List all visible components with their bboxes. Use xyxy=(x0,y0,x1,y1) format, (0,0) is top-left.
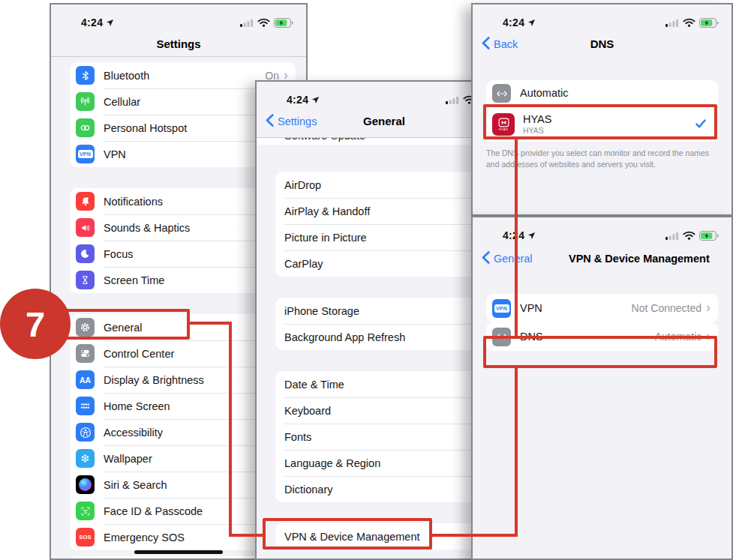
status-time: 4:24 xyxy=(81,16,114,28)
chevron-right-icon: › xyxy=(284,68,288,82)
cellular-signal-icon xyxy=(446,96,459,104)
step-number: 7 xyxy=(26,304,45,345)
cellular-signal-icon xyxy=(665,232,679,240)
page-title: Settings xyxy=(51,37,306,50)
row-date-time[interactable]: Date & Time › xyxy=(275,371,501,397)
battery-charging-icon xyxy=(699,18,719,28)
status-bar: 4:24 xyxy=(473,4,731,31)
status-bar: 4:24 xyxy=(51,4,306,31)
row-background-app-refresh[interactable]: Background App Refresh › xyxy=(275,324,501,350)
emergency-sos-icon: SOS xyxy=(76,528,95,547)
settings-group: iPhone Storage › Background App Refresh … xyxy=(275,298,501,350)
row-airplay-handoff[interactable]: AirPlay & Handoff › xyxy=(275,198,501,224)
nav-bar: General VPN & Device Management xyxy=(473,244,731,274)
home-screen-icon xyxy=(76,397,95,415)
row-iphone-storage[interactable]: iPhone Storage › xyxy=(275,298,501,324)
settings-group: Date & Time › Keyboard › Fonts › xyxy=(275,371,501,502)
battery-charging-icon xyxy=(274,18,294,28)
accessibility-icon xyxy=(76,423,95,442)
personal-hotspot-icon xyxy=(76,118,95,137)
wifi-icon xyxy=(683,18,695,27)
vpn-icon: VPN xyxy=(492,299,511,318)
row-dictionary[interactable]: Dictionary › xyxy=(275,476,501,502)
nav-bar: Back DNS xyxy=(473,31,731,58)
row-keyboard[interactable]: Keyboard › xyxy=(275,397,501,424)
dns-icon xyxy=(492,84,511,103)
highlight-box-hyas xyxy=(483,104,717,139)
control-center-icon xyxy=(76,344,95,363)
settings-group: AirDrop › AirPlay & Handoff › Picture in… xyxy=(275,172,501,277)
row-picture-in-picture[interactable]: Picture in Picture › xyxy=(275,224,501,250)
row-language-region[interactable]: Language & Region › xyxy=(275,450,501,476)
vpn-icon: VPN xyxy=(76,145,95,163)
clock-text: 4:24 xyxy=(503,16,524,28)
chevron-left-icon xyxy=(482,251,490,266)
clock-text: 4:24 xyxy=(81,16,103,28)
cellular-signal-icon xyxy=(665,19,679,27)
connector-to-dns-row xyxy=(515,368,518,537)
dns-footer-note: The DNS provider you select can monitor … xyxy=(486,148,715,170)
back-label: General xyxy=(494,253,533,265)
settings-group: VPN VPN Not Connected › xyxy=(486,294,718,322)
location-arrow-icon xyxy=(106,19,114,27)
connector-to-vpndm xyxy=(229,534,264,537)
status-time: 4:24 xyxy=(503,229,536,241)
connector-vpndm-horizontal xyxy=(431,534,518,537)
vpn-device-management-screenshot-panel: 4:24 General VPN & Device Management VPN… xyxy=(471,216,733,560)
wifi-icon xyxy=(257,18,270,27)
page-title: DNS xyxy=(473,37,731,50)
connector-hyas-to-dns xyxy=(515,138,518,337)
status-time: 4:24 xyxy=(503,16,536,28)
focus-icon xyxy=(76,244,95,263)
location-arrow-icon xyxy=(311,96,320,104)
wallpaper-icon xyxy=(76,449,95,468)
clock-text: 4:24 xyxy=(287,94,308,106)
battery-charging-icon xyxy=(699,231,719,241)
row-airdrop[interactable]: AirDrop › xyxy=(275,172,501,198)
bluetooth-icon xyxy=(76,66,95,85)
connector-general-horizontal xyxy=(190,322,232,325)
page-title: VPN & Device Management xyxy=(569,253,710,265)
highlight-box-vpn-device-management xyxy=(263,518,432,550)
siri-search-icon xyxy=(76,475,95,494)
nav-bar: Settings xyxy=(51,31,306,56)
row-automatic[interactable]: Automatic xyxy=(486,80,718,106)
connector-general-vertical xyxy=(229,322,232,537)
highlight-box-dns-row xyxy=(483,336,717,368)
highlight-box-general xyxy=(52,309,190,340)
divider xyxy=(51,56,306,57)
sounds-haptics-icon xyxy=(76,218,95,237)
step-number-badge: 7 xyxy=(0,289,71,359)
location-arrow-icon xyxy=(527,232,536,240)
notifications-icon xyxy=(76,192,95,211)
face-id-passcode-icon xyxy=(76,502,95,520)
row-carplay[interactable]: CarPlay › xyxy=(275,250,501,277)
location-arrow-icon xyxy=(527,19,536,27)
chevron-right-icon: › xyxy=(706,301,710,314)
display-brightness-icon: AA xyxy=(76,370,95,389)
cellular-icon xyxy=(76,92,95,111)
status-time: 4:24 xyxy=(287,94,320,106)
screen-time-icon xyxy=(76,271,95,289)
cellular-signal-icon xyxy=(240,19,254,27)
status-bar: 4:24 xyxy=(473,217,731,244)
back-button[interactable]: General xyxy=(482,251,533,266)
clock-text: 4:24 xyxy=(503,229,524,241)
row-fonts[interactable]: Fonts › xyxy=(275,424,501,450)
wifi-icon xyxy=(683,231,695,240)
row-vpn[interactable]: VPN VPN Not Connected › xyxy=(486,294,718,322)
home-indicator[interactable] xyxy=(134,550,223,554)
